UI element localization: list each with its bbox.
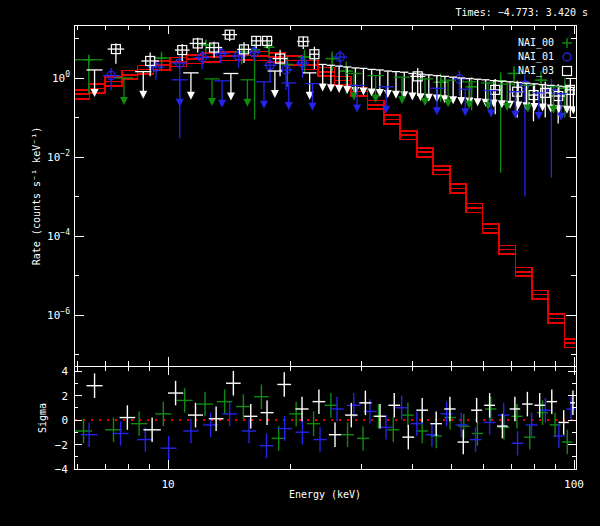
svg-text:−2: −2 [55,439,68,452]
svg-text:0: 0 [61,414,68,427]
y-axis-label-sigma: Sigma [37,403,48,433]
legend-row-nai01: NAI_01 [518,51,576,63]
svg-text:10−6: 10−6 [47,307,70,322]
svg-text:100: 100 [52,70,70,85]
legend-row-nai00: NAI_00 [518,37,576,49]
svg-text:4: 4 [61,365,68,378]
legend-row-nai03: NAI_03 [518,65,576,77]
time-interval-label: Times: −4.773: 3.420 s [456,7,588,19]
legend-label-nai01: NAI_01 [518,51,554,63]
spectral-fit-screen: 1010010010−210−410−6420−2−4 Times: −4.77… [0,0,600,526]
circle-marker-icon [558,50,576,64]
legend-label-nai00: NAI_00 [518,37,554,49]
svg-text:2: 2 [61,390,68,403]
spectrum-plot-svg: 1010010010−210−410−6420−2−4 [0,0,600,526]
legend-label-nai03: NAI_03 [518,65,554,77]
svg-text:−4: −4 [55,463,69,476]
svg-text:10−2: 10−2 [47,149,70,164]
svg-text:10−4: 10−4 [47,228,70,243]
plus-marker-icon [558,36,576,50]
detector-legend: NAI_00 NAI_01 NAI_03 [518,37,576,77]
y-axis-label-rate: Rate (counts s⁻¹ keV⁻¹) [31,127,42,265]
x-axis-label: Energy (keV) [74,489,576,501]
square-marker-icon [558,64,576,78]
